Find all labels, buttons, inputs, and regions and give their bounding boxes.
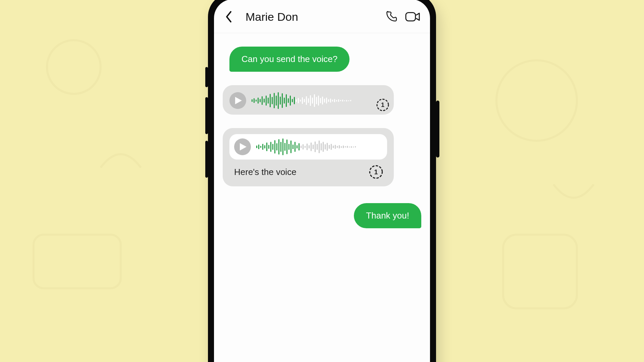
- voice-call-button[interactable]: [384, 9, 398, 24]
- chat-messages: Can you send the voice? 1: [214, 33, 430, 362]
- waveform[interactable]: [256, 137, 382, 156]
- view-once-badge[interactable]: 1: [368, 164, 384, 180]
- svg-rect-1: [34, 235, 121, 288]
- phone-volume-up: [205, 97, 208, 134]
- contact-name[interactable]: Marie Don: [246, 10, 377, 23]
- voice-caption-text: Here's the voice: [234, 167, 297, 177]
- waveform[interactable]: [252, 91, 387, 110]
- message-received-voice-caption[interactable]: Here's the voice 1: [223, 128, 394, 186]
- play-button[interactable]: [229, 92, 246, 109]
- svg-rect-3: [503, 235, 577, 308]
- svg-point-2: [496, 60, 577, 141]
- svg-marker-8: [240, 143, 247, 150]
- message-sent-text[interactable]: Can you send the voice?: [229, 47, 350, 72]
- play-icon: [235, 97, 242, 104]
- phone-icon: [385, 10, 397, 23]
- phone-frame: Marie Don Can you send the voice?: [208, 0, 436, 362]
- view-once-badge[interactable]: 1: [375, 97, 390, 113]
- chevron-left-icon: [225, 11, 232, 22]
- play-icon: [240, 143, 247, 150]
- view-once-icon: 1: [368, 164, 384, 180]
- voice-player: [229, 91, 387, 110]
- back-button[interactable]: [222, 10, 235, 23]
- svg-text:1: 1: [374, 168, 378, 176]
- video-call-button[interactable]: [405, 9, 420, 24]
- phone-side-button: [205, 67, 208, 87]
- message-text: Can you send the voice?: [241, 54, 337, 64]
- svg-marker-5: [235, 97, 242, 104]
- voice-caption-row: Here's the voice 1: [229, 160, 387, 182]
- video-icon: [405, 11, 420, 22]
- phone-screen: Marie Don Can you send the voice?: [214, 0, 430, 362]
- message-sent-text[interactable]: Thank you!: [354, 203, 421, 228]
- phone-power-button: [436, 101, 439, 158]
- view-once-icon: 1: [376, 98, 390, 112]
- chat-header: Marie Don: [214, 0, 430, 33]
- voice-player: [229, 134, 387, 160]
- svg-point-0: [47, 40, 101, 94]
- phone-volume-down: [205, 141, 208, 178]
- svg-text:1: 1: [381, 102, 384, 108]
- message-text: Thank you!: [366, 210, 409, 221]
- play-button[interactable]: [234, 138, 251, 155]
- message-received-voice[interactable]: 1: [223, 85, 394, 115]
- svg-rect-4: [406, 13, 416, 21]
